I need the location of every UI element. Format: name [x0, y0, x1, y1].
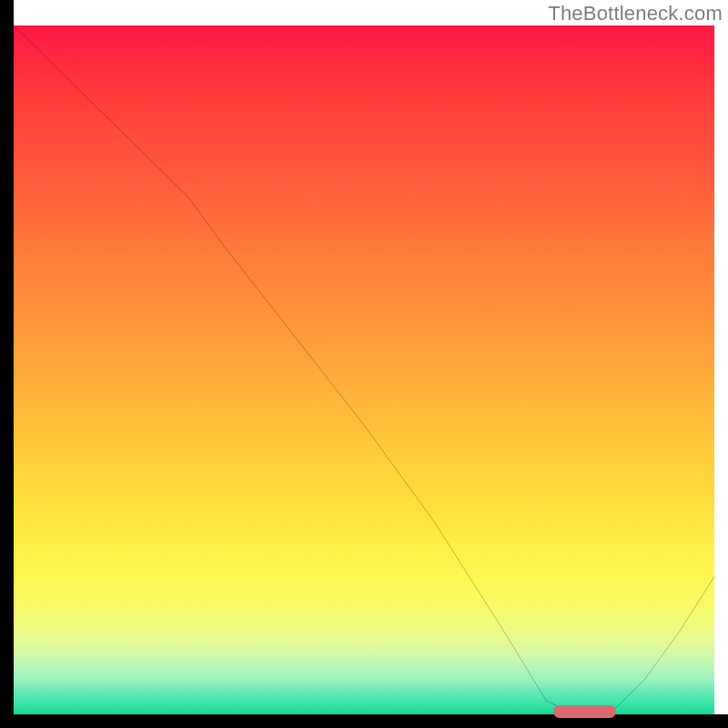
watermark-text: TheBottleneck.com [548, 2, 723, 25]
bottleneck-curve-path [14, 25, 714, 714]
y-axis [0, 0, 14, 728]
bottleneck-curve-svg [14, 25, 714, 714]
optimal-range-marker [553, 705, 616, 718]
x-axis [0, 714, 728, 728]
